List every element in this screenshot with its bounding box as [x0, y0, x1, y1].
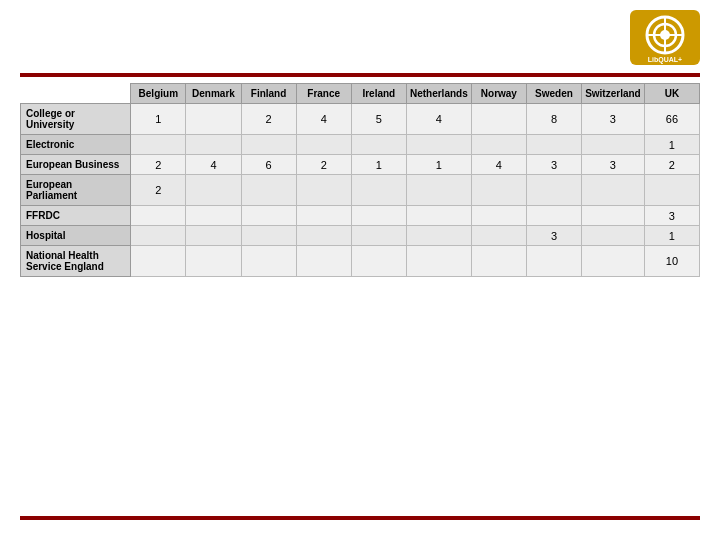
- top-divider: [20, 73, 700, 77]
- table-row: College or University124548366: [21, 104, 700, 135]
- column-header-netherlands: Netherlands: [406, 84, 471, 104]
- row-label-3: European Parliament: [21, 175, 131, 206]
- cell-r1-c8: [582, 135, 645, 155]
- table-header-row: BelgiumDenmarkFinlandFranceIrelandNether…: [21, 84, 700, 104]
- cell-r6-c4: [351, 246, 406, 277]
- table-row: European Parliament2: [21, 175, 700, 206]
- cell-r5-c9: 1: [644, 226, 699, 246]
- cell-r2-c1: 4: [186, 155, 241, 175]
- cell-r5-c8: [582, 226, 645, 246]
- cell-r6-c3: [296, 246, 351, 277]
- cell-r2-c3: 2: [296, 155, 351, 175]
- cell-r4-c1: [186, 206, 241, 226]
- cell-r3-c5: [406, 175, 471, 206]
- cell-r2-c9: 2: [644, 155, 699, 175]
- cell-r1-c1: [186, 135, 241, 155]
- column-header-switzerland: Switzerland: [582, 84, 645, 104]
- cell-r0-c3: 4: [296, 104, 351, 135]
- cell-r0-c9: 66: [644, 104, 699, 135]
- cell-r0-c0: 1: [131, 104, 186, 135]
- table-body: College or University124548366Electronic…: [21, 104, 700, 277]
- cell-r2-c2: 6: [241, 155, 296, 175]
- cell-r5-c1: [186, 226, 241, 246]
- cell-r0-c6: [471, 104, 526, 135]
- cell-r2-c0: 2: [131, 155, 186, 175]
- cell-r1-c0: [131, 135, 186, 155]
- column-header-denmark: Denmark: [186, 84, 241, 104]
- cell-r6-c7: [526, 246, 581, 277]
- cell-r4-c7: [526, 206, 581, 226]
- cell-r0-c7: 8: [526, 104, 581, 135]
- cell-r6-c1: [186, 246, 241, 277]
- cell-r4-c4: [351, 206, 406, 226]
- cell-r1-c5: [406, 135, 471, 155]
- participation-table: BelgiumDenmarkFinlandFranceIrelandNether…: [20, 83, 700, 277]
- row-label-0: College or University: [21, 104, 131, 135]
- cell-r5-c2: [241, 226, 296, 246]
- cell-r5-c6: [471, 226, 526, 246]
- column-header-ireland: Ireland: [351, 84, 406, 104]
- table-container: BelgiumDenmarkFinlandFranceIrelandNether…: [20, 83, 700, 512]
- cell-r4-c2: [241, 206, 296, 226]
- cell-r6-c2: [241, 246, 296, 277]
- page: LibQUAL+ BelgiumDenmarkFinlandFranceIrel…: [0, 0, 720, 540]
- cell-r1-c2: [241, 135, 296, 155]
- cell-r3-c6: [471, 175, 526, 206]
- cell-r5-c4: [351, 226, 406, 246]
- row-label-1: Electronic: [21, 135, 131, 155]
- cell-r5-c7: 3: [526, 226, 581, 246]
- column-header-finland: Finland: [241, 84, 296, 104]
- table-row: National Health Service England10: [21, 246, 700, 277]
- cell-r4-c6: [471, 206, 526, 226]
- bottom-divider: [20, 516, 700, 520]
- column-header-norway: Norway: [471, 84, 526, 104]
- cell-r3-c8: [582, 175, 645, 206]
- cell-r5-c5: [406, 226, 471, 246]
- header: LibQUAL+: [20, 10, 700, 65]
- row-label-2: European Business: [21, 155, 131, 175]
- cell-r4-c9: 3: [644, 206, 699, 226]
- table-row: Hospital31: [21, 226, 700, 246]
- cell-r4-c8: [582, 206, 645, 226]
- cell-r3-c1: [186, 175, 241, 206]
- cell-r3-c9: [644, 175, 699, 206]
- cell-r5-c3: [296, 226, 351, 246]
- cell-r2-c7: 3: [526, 155, 581, 175]
- cell-r1-c3: [296, 135, 351, 155]
- cell-r4-c3: [296, 206, 351, 226]
- row-label-5: Hospital: [21, 226, 131, 246]
- cell-r6-c6: [471, 246, 526, 277]
- cell-r2-c4: 1: [351, 155, 406, 175]
- cell-r0-c8: 3: [582, 104, 645, 135]
- cell-r2-c5: 1: [406, 155, 471, 175]
- libqual-logo: LibQUAL+: [630, 10, 700, 65]
- cell-r1-c7: [526, 135, 581, 155]
- row-label-header: [21, 84, 131, 104]
- cell-r3-c3: [296, 175, 351, 206]
- cell-r0-c4: 5: [351, 104, 406, 135]
- column-header-sweden: Sweden: [526, 84, 581, 104]
- table-row: FFRDC3: [21, 206, 700, 226]
- cell-r2-c8: 3: [582, 155, 645, 175]
- cell-r1-c4: [351, 135, 406, 155]
- cell-r3-c4: [351, 175, 406, 206]
- cell-r4-c0: [131, 206, 186, 226]
- cell-r6-c5: [406, 246, 471, 277]
- footer-text: [20, 526, 700, 530]
- cell-r0-c5: 4: [406, 104, 471, 135]
- cell-r2-c6: 4: [471, 155, 526, 175]
- cell-r1-c6: [471, 135, 526, 155]
- cell-r3-c7: [526, 175, 581, 206]
- table-row: European Business2462114332: [21, 155, 700, 175]
- cell-r3-c2: [241, 175, 296, 206]
- cell-r5-c0: [131, 226, 186, 246]
- cell-r6-c0: [131, 246, 186, 277]
- cell-r6-c9: 10: [644, 246, 699, 277]
- column-header-uk: UK: [644, 84, 699, 104]
- row-label-6: National Health Service England: [21, 246, 131, 277]
- cell-r6-c8: [582, 246, 645, 277]
- cell-r1-c9: 1: [644, 135, 699, 155]
- column-header-belgium: Belgium: [131, 84, 186, 104]
- column-header-france: France: [296, 84, 351, 104]
- row-label-4: FFRDC: [21, 206, 131, 226]
